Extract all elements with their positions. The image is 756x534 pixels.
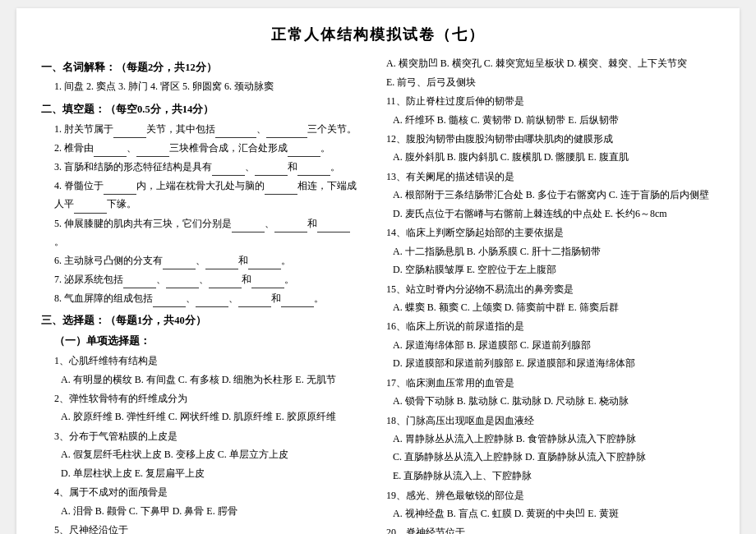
fill-item-2: 2. 椎骨由、三块椎骨合成，汇合处形成。 xyxy=(54,139,357,157)
q17-options: A. 锁骨下动脉 B. 肱动脉 C. 肱动脉 D. 尺动脉 E. 桡动脉 xyxy=(393,393,715,411)
q2: 2、弹性软骨特有的纤维成分为 xyxy=(54,389,357,407)
fill-item-1: 1. 肘关节属于关节，其中包括、三个关节。 xyxy=(54,120,357,138)
exam-page: 正常人体结构模拟试卷（七） 一、名词解释：（每题2分，共12分） 1. 间盘 2… xyxy=(16,8,740,534)
q11: 11、防止脊柱过度后伸的韧带是 xyxy=(386,92,715,110)
right-column: A. 横突肋凹 B. 横突孔 C. 棘突宽短呈板状 D. 横突、棘突、上下关节突… xyxy=(373,54,715,534)
q20: 20、脊神经节位于 xyxy=(386,523,715,534)
q2-options: A. 胶原纤维 B. 弹性纤维 C. 网状纤维 D. 肌原纤维 E. 胶原原纤维 xyxy=(61,408,357,426)
section3-header: 三、选择题：（每题1分，共40分） xyxy=(41,314,357,328)
q3: 3、分布于气管粘膜的上皮是 xyxy=(54,427,357,445)
section2-header: 二、填空题：（每空0.5分，共14分） xyxy=(41,103,357,117)
fill-item-4: 4. 脊髓位于内，上端在枕骨大孔处与脑的相连，下端成人平下缘。 xyxy=(54,177,357,213)
q16-options-a: A. 尿道海绵体部 B. 尿道膜部 C. 尿道前列腺部 xyxy=(393,337,715,355)
q1: 1、心肌纤维特有结构是 xyxy=(54,352,357,370)
section1-header: 一、名词解释：（每题2分，共12分） xyxy=(41,61,357,75)
left-column: 一、名词解释：（每题2分，共12分） 1. 间盘 2. 窦点 3. 肺门 4. … xyxy=(41,54,357,534)
q14: 14、临床上判断空肠起始部的主要依据是 xyxy=(386,223,715,242)
q17: 17、临床测血压常用的血管是 xyxy=(386,374,715,392)
q15: 15、站立时脊内分泌物不易流出的鼻旁窦是 xyxy=(386,280,715,298)
q19: 19、感光、辨色最敏锐的部位是 xyxy=(386,486,715,504)
q1-options: A. 有明显的横纹 B. 有间盘 C. 有多核 D. 细胞为长柱形 E. 无肌节 xyxy=(61,371,357,389)
fill-item-6: 6. 主动脉弓凸侧的分支有、和。 xyxy=(54,251,357,269)
q18-options-a: A. 胃静脉丛从流入上腔静脉 B. 食管静脉从流入下腔静脉 xyxy=(393,430,715,449)
q14-options-b: D. 空肠粘膜皱厚 E. 空腔位于左上腹部 xyxy=(393,261,715,279)
fill-item-7: 7. 泌尿系统包括、、和。 xyxy=(54,270,357,288)
q3-options-b: D. 单层柱状上皮 E. 复层扁平上皮 xyxy=(61,465,357,483)
q12: 12、腹股沟韧带由腹股沟韧带由哪块肌肉的健膜形成 xyxy=(386,130,715,148)
q10-options-a: A. 横突肋凹 B. 横突孔 C. 棘突宽短呈板状 D. 横突、棘突、上下关节突 xyxy=(386,54,715,72)
q19-options: A. 视神经盘 B. 盲点 C. 虹膜 D. 黄斑的中央凹 E. 黄斑 xyxy=(393,505,715,523)
q10-options-b: E. 前弓、后弓及侧块 xyxy=(386,73,715,91)
q13-options-b: D. 麦氏点位于右髂嵴与右髂前上棘连线的中点处 E. 长约6～8cm xyxy=(393,205,715,223)
fill-item-3: 3. 盲肠和结肠的形态特征结构是具有、和。 xyxy=(54,158,357,176)
q18-options-c: E. 直肠静脉从流入上、下腔静脉 xyxy=(393,467,715,486)
q13-options-a: A. 根部附于三条结肠带汇合处 B. 多位于右髂窝内 C. 连于盲肠的后内侧壁 xyxy=(393,186,715,205)
q14-options-a: A. 十二指肠悬肌 B. 小肠系膜 C. 肝十二指肠韧带 xyxy=(393,243,715,261)
q16: 16、临床上所说的前尿道指的是 xyxy=(386,317,715,335)
q4: 4、属于不成对的面颅骨是 xyxy=(54,483,357,501)
q18: 18、门脉高压出现呕血是因血液经 xyxy=(386,412,715,430)
q5: 5、尺神经沿位于 xyxy=(54,521,357,534)
fill-item-8: 8. 气血屏障的组成包括、、和。 xyxy=(54,289,357,307)
q3-options-a: A. 假复层纤毛柱状上皮 B. 变移上皮 C. 单层立方上皮 xyxy=(61,446,357,464)
q15-options: A. 蝶窦 B. 额窦 C. 上颌窦 D. 筛窦前中群 E. 筛窦后群 xyxy=(393,299,715,317)
fill-item-5: 5. 伸展膝腱的肌肉共有三块，它们分别是、和。 xyxy=(54,214,357,251)
q13: 13、有关阑尾的描述错误的是 xyxy=(386,168,715,186)
q4-options: A. 泪骨 B. 颧骨 C. 下鼻甲 D. 鼻骨 E. 腭骨 xyxy=(61,503,357,521)
section1-items: 1. 间盘 2. 窦点 3. 肺门 4. 肾区 5. 卵圆窝 6. 颈动脉窦 xyxy=(54,78,357,96)
q18-options-b: C. 直肠静脉丛从流入上腔静脉 D. 直肠静脉从流入下腔静脉 xyxy=(393,449,715,467)
q12-options: A. 腹外斜肌 B. 腹内斜肌 C. 腹横肌 D. 髂腰肌 E. 腹直肌 xyxy=(393,149,715,167)
page-title: 正常人体结构模拟试卷（七） xyxy=(41,25,715,44)
q16-options-b: D. 尿道膜部和尿道前列腺部 E. 尿道膜部和尿道海绵体部 xyxy=(393,355,715,373)
section3-sub1-header: （一）单项选择题： xyxy=(54,334,357,348)
q11-options: A. 纤维环 B. 髓核 C. 黄韧带 D. 前纵韧带 E. 后纵韧带 xyxy=(393,112,715,130)
